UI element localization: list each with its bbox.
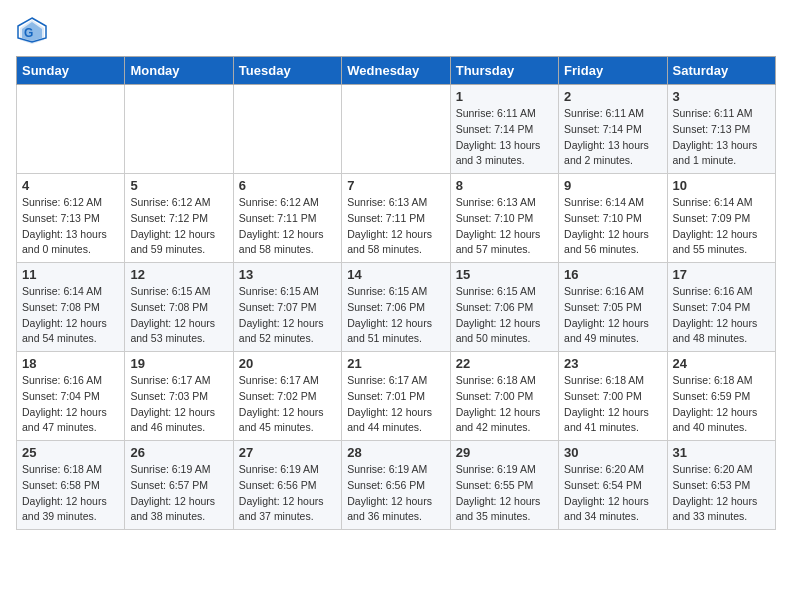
calendar-day-cell: 4 Sunrise: 6:12 AM Sunset: 7:13 PM Dayli…: [17, 174, 125, 263]
sunrise-text: Sunrise: 6:15 AM: [130, 285, 210, 297]
day-info: Sunrise: 6:16 AM Sunset: 7:04 PM Dayligh…: [22, 373, 119, 436]
calendar-week-row: 11 Sunrise: 6:14 AM Sunset: 7:08 PM Dayl…: [17, 263, 776, 352]
day-info: Sunrise: 6:19 AM Sunset: 6:56 PM Dayligh…: [239, 462, 336, 525]
sunrise-text: Sunrise: 6:19 AM: [130, 463, 210, 475]
day-number: 18: [22, 356, 119, 371]
sunset-text: Sunset: 6:57 PM: [130, 479, 208, 491]
day-number: 30: [564, 445, 661, 460]
calendar-header-row: SundayMondayTuesdayWednesdayThursdayFrid…: [17, 57, 776, 85]
day-info: Sunrise: 6:14 AM Sunset: 7:08 PM Dayligh…: [22, 284, 119, 347]
sunset-text: Sunset: 7:14 PM: [564, 123, 642, 135]
calendar-day-cell: 22 Sunrise: 6:18 AM Sunset: 7:00 PM Dayl…: [450, 352, 558, 441]
day-number: 5: [130, 178, 227, 193]
day-number: 12: [130, 267, 227, 282]
day-number: 23: [564, 356, 661, 371]
daylight-text: Daylight: 12 hours and 51 minutes.: [347, 317, 432, 345]
sunset-text: Sunset: 7:06 PM: [347, 301, 425, 313]
sunset-text: Sunset: 7:08 PM: [22, 301, 100, 313]
calendar-day-cell: 18 Sunrise: 6:16 AM Sunset: 7:04 PM Dayl…: [17, 352, 125, 441]
day-number: 7: [347, 178, 444, 193]
day-info: Sunrise: 6:20 AM Sunset: 6:53 PM Dayligh…: [673, 462, 770, 525]
sunrise-text: Sunrise: 6:12 AM: [130, 196, 210, 208]
daylight-text: Daylight: 12 hours and 44 minutes.: [347, 406, 432, 434]
day-number: 1: [456, 89, 553, 104]
calendar-day-cell: 25 Sunrise: 6:18 AM Sunset: 6:58 PM Dayl…: [17, 441, 125, 530]
sunset-text: Sunset: 7:07 PM: [239, 301, 317, 313]
daylight-text: Daylight: 12 hours and 50 minutes.: [456, 317, 541, 345]
daylight-text: Daylight: 12 hours and 37 minutes.: [239, 495, 324, 523]
daylight-text: Daylight: 13 hours and 2 minutes.: [564, 139, 649, 167]
day-of-week-header: Tuesday: [233, 57, 341, 85]
calendar-day-cell: [233, 85, 341, 174]
day-info: Sunrise: 6:11 AM Sunset: 7:14 PM Dayligh…: [564, 106, 661, 169]
day-number: 10: [673, 178, 770, 193]
day-number: 20: [239, 356, 336, 371]
calendar-day-cell: 13 Sunrise: 6:15 AM Sunset: 7:07 PM Dayl…: [233, 263, 341, 352]
calendar-day-cell: 10 Sunrise: 6:14 AM Sunset: 7:09 PM Dayl…: [667, 174, 775, 263]
sunset-text: Sunset: 7:13 PM: [673, 123, 751, 135]
calendar-day-cell: 19 Sunrise: 6:17 AM Sunset: 7:03 PM Dayl…: [125, 352, 233, 441]
calendar-day-cell: 7 Sunrise: 6:13 AM Sunset: 7:11 PM Dayli…: [342, 174, 450, 263]
calendar-day-cell: 1 Sunrise: 6:11 AM Sunset: 7:14 PM Dayli…: [450, 85, 558, 174]
daylight-text: Daylight: 12 hours and 58 minutes.: [347, 228, 432, 256]
day-info: Sunrise: 6:12 AM Sunset: 7:13 PM Dayligh…: [22, 195, 119, 258]
day-info: Sunrise: 6:12 AM Sunset: 7:12 PM Dayligh…: [130, 195, 227, 258]
day-of-week-header: Wednesday: [342, 57, 450, 85]
day-info: Sunrise: 6:12 AM Sunset: 7:11 PM Dayligh…: [239, 195, 336, 258]
daylight-text: Daylight: 12 hours and 45 minutes.: [239, 406, 324, 434]
day-number: 25: [22, 445, 119, 460]
calendar-day-cell: 31 Sunrise: 6:20 AM Sunset: 6:53 PM Dayl…: [667, 441, 775, 530]
calendar-day-cell: 2 Sunrise: 6:11 AM Sunset: 7:14 PM Dayli…: [559, 85, 667, 174]
day-number: 2: [564, 89, 661, 104]
day-info: Sunrise: 6:16 AM Sunset: 7:05 PM Dayligh…: [564, 284, 661, 347]
daylight-text: Daylight: 12 hours and 56 minutes.: [564, 228, 649, 256]
sunrise-text: Sunrise: 6:16 AM: [673, 285, 753, 297]
day-number: 13: [239, 267, 336, 282]
sunrise-text: Sunrise: 6:13 AM: [456, 196, 536, 208]
sunrise-text: Sunrise: 6:19 AM: [456, 463, 536, 475]
sunset-text: Sunset: 7:14 PM: [456, 123, 534, 135]
day-of-week-header: Thursday: [450, 57, 558, 85]
daylight-text: Daylight: 12 hours and 48 minutes.: [673, 317, 758, 345]
day-number: 15: [456, 267, 553, 282]
sunrise-text: Sunrise: 6:14 AM: [564, 196, 644, 208]
day-info: Sunrise: 6:17 AM Sunset: 7:01 PM Dayligh…: [347, 373, 444, 436]
day-number: 22: [456, 356, 553, 371]
sunrise-text: Sunrise: 6:17 AM: [239, 374, 319, 386]
sunrise-text: Sunrise: 6:11 AM: [564, 107, 644, 119]
day-info: Sunrise: 6:14 AM Sunset: 7:10 PM Dayligh…: [564, 195, 661, 258]
daylight-text: Daylight: 12 hours and 52 minutes.: [239, 317, 324, 345]
day-number: 19: [130, 356, 227, 371]
daylight-text: Daylight: 12 hours and 35 minutes.: [456, 495, 541, 523]
sunrise-text: Sunrise: 6:14 AM: [673, 196, 753, 208]
sunrise-text: Sunrise: 6:15 AM: [347, 285, 427, 297]
daylight-text: Daylight: 12 hours and 53 minutes.: [130, 317, 215, 345]
daylight-text: Daylight: 12 hours and 36 minutes.: [347, 495, 432, 523]
day-info: Sunrise: 6:17 AM Sunset: 7:03 PM Dayligh…: [130, 373, 227, 436]
daylight-text: Daylight: 12 hours and 46 minutes.: [130, 406, 215, 434]
calendar-day-cell: 3 Sunrise: 6:11 AM Sunset: 7:13 PM Dayli…: [667, 85, 775, 174]
daylight-text: Daylight: 12 hours and 59 minutes.: [130, 228, 215, 256]
sunset-text: Sunset: 7:12 PM: [130, 212, 208, 224]
day-info: Sunrise: 6:18 AM Sunset: 7:00 PM Dayligh…: [564, 373, 661, 436]
calendar-day-cell: 5 Sunrise: 6:12 AM Sunset: 7:12 PM Dayli…: [125, 174, 233, 263]
sunrise-text: Sunrise: 6:12 AM: [239, 196, 319, 208]
sunrise-text: Sunrise: 6:18 AM: [456, 374, 536, 386]
sunrise-text: Sunrise: 6:15 AM: [239, 285, 319, 297]
day-info: Sunrise: 6:15 AM Sunset: 7:06 PM Dayligh…: [347, 284, 444, 347]
sunset-text: Sunset: 7:00 PM: [564, 390, 642, 402]
sunset-text: Sunset: 6:55 PM: [456, 479, 534, 491]
sunset-text: Sunset: 7:01 PM: [347, 390, 425, 402]
day-info: Sunrise: 6:15 AM Sunset: 7:07 PM Dayligh…: [239, 284, 336, 347]
calendar-day-cell: 23 Sunrise: 6:18 AM Sunset: 7:00 PM Dayl…: [559, 352, 667, 441]
day-info: Sunrise: 6:16 AM Sunset: 7:04 PM Dayligh…: [673, 284, 770, 347]
calendar-day-cell: 28 Sunrise: 6:19 AM Sunset: 6:56 PM Dayl…: [342, 441, 450, 530]
calendar-day-cell: 29 Sunrise: 6:19 AM Sunset: 6:55 PM Dayl…: [450, 441, 558, 530]
logo: G: [16, 16, 54, 48]
sunset-text: Sunset: 7:11 PM: [347, 212, 425, 224]
day-of-week-header: Saturday: [667, 57, 775, 85]
day-number: 14: [347, 267, 444, 282]
daylight-text: Daylight: 12 hours and 55 minutes.: [673, 228, 758, 256]
day-number: 6: [239, 178, 336, 193]
calendar-day-cell: 16 Sunrise: 6:16 AM Sunset: 7:05 PM Dayl…: [559, 263, 667, 352]
